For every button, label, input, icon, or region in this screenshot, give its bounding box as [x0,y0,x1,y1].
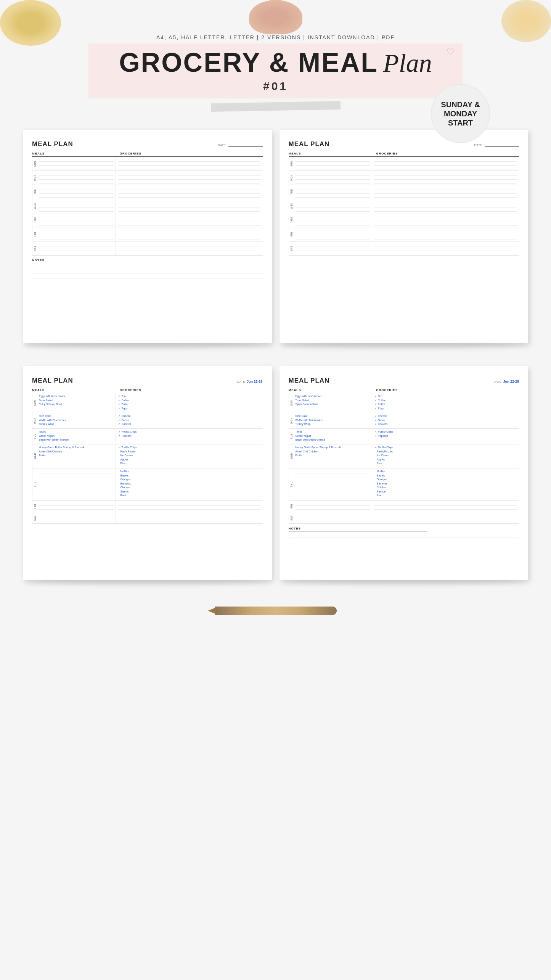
filled-grocery-items-mon: ✓Cheese✓Oreos✓Cookies [372,413,519,428]
grocery-text: Bananas [377,482,387,486]
grocery-text: Beef [377,494,382,498]
day-label-fri: FRI [289,227,294,241]
grocery-text: Coffee [378,399,386,403]
filled-page-header-2: MEAL PLAN DATE Jun 22-28 [289,377,519,385]
grocery-text: Oreos [378,418,385,423]
filled-section-tue: TUETacosGreek YogurtBagel with cream che… [289,429,519,444]
filled-col-meals-2: MEALS [289,388,376,392]
title-script: Plan [383,48,432,77]
filled-day-label-tue: TUE [32,429,37,444]
check-icon: ✓ [374,422,377,426]
meal-item: Asian Chili Chicken [39,450,114,454]
filled-section-wed: WEDHoney Garlic Butter Shrimp & Broccoli… [32,444,263,468]
filled-section-mon: MONRice CakeWaffle with BlueberriesTurke… [289,413,519,429]
filled-grocery-items-thu: MuffinsBagelsOrangesBananasChickenSalmon… [116,468,263,500]
grocery-item: ✓Eggs [374,407,517,411]
filled-grocery-items-wed: ✓Tortilla ChipsPasta FrozenIce CreamAppl… [372,444,519,468]
grocery-item: Bagels [118,474,260,478]
grocery-text: Eggs [122,407,128,411]
page-title-2: MEAL PLAN [289,140,330,148]
page-header-1: MEAL PLAN DATE : [32,140,263,148]
grocery-items-fri [372,227,519,241]
col-groceries-label-2: GROCERIES [376,152,519,155]
grocery-text: Butter [122,402,129,407]
grocery-item: Muffins [118,470,260,474]
badge-line3: START [448,118,473,127]
grocery-text: Popcorn [122,434,132,438]
grocery-item: ✓Oreos [118,418,260,423]
grocery-text: Pies [120,462,126,466]
blank-page-2: MEAL PLAN DATE : MEALS GROCERIES SUNMONT… [280,130,529,343]
meal-item: Eggs with hash brown [39,394,114,399]
filled-meal-items-tue: TacosGreek YogurtBagel with cream cheese [294,429,373,444]
grocery-item: ✓Butter [118,402,260,407]
title-number: #01 [119,80,432,93]
meal-items-thu [294,213,373,227]
meal-section-mon: MON [32,171,263,185]
filled-grocery-items-fri [116,501,263,512]
filled-page-title-2: MEAL PLAN [289,377,330,385]
grocery-text: Cookies [378,422,387,426]
filled-section-thu: THUMuffinsBagelsOrangesBananasChickenSal… [289,468,519,501]
check-icon: ✓ [118,418,120,423]
badge-line2: MONDAY [444,109,477,118]
filled-grocery-items-sat [116,512,263,523]
day-label-mon: MON [289,171,294,185]
grocery-items-sun [372,157,519,171]
meal-section-wed: WED [289,199,519,213]
filled-grocery-items-tue: ✓Potato Chips✓Popcorn [372,429,519,444]
date-value-1: Jun 22-28 [247,380,263,383]
meal-section-tue: TUE [32,185,263,199]
grocery-item: ✓Popcorn [374,434,517,438]
col-groceries-label: GROCERIES [120,152,263,155]
meal-item: Tacos [39,430,114,434]
grocery-text: Cheese [378,414,387,418]
grocery-text: Oranges [120,478,131,482]
notes-lines-1 [32,265,263,283]
meal-section-thu: THU [289,213,519,227]
filled-day-label-fri: FRI [32,501,37,512]
grocery-items-mon [372,171,519,185]
meal-items-sat [37,241,116,255]
day-label-fri: FRI [32,227,37,241]
meal-section-sun: SUN [32,157,263,171]
meal-items-thu [37,213,116,227]
filled-day-label-sat: SAT [289,512,294,523]
grocery-item: ✓Coffee [374,399,517,403]
grocery-text: Bananas [120,482,131,486]
columns-header-2: MEALS GROCERIES [289,152,519,157]
grocery-text: Bagels [120,474,129,478]
grocery-text: Pasta Frozen [120,450,137,454]
grocery-item: ✓Coffee [118,399,260,403]
filled-day-label-thu: THU [289,468,294,500]
meal-item: Eggs with hash brown [296,394,371,399]
filled-section-fri: FRI [32,501,263,512]
grocery-item: ✓Eggs [118,407,260,411]
day-label-thu: THU [32,213,37,227]
grocery-item: ✓Butter [374,402,517,407]
filled-day-label-wed: WED [32,444,37,468]
filled-day-label-sun: SUN [32,393,37,413]
grocery-item: Apples [118,458,260,462]
meal-section-wed: WED [32,199,263,213]
meal-item: Fruits [296,454,371,458]
badge-line1: SUNDAY & [441,100,480,109]
meal-item: Turkey Wrap [296,422,371,426]
check-icon: ✓ [118,402,120,407]
grocery-item: ✓Potato Chips [118,430,260,434]
grocery-item: Pasta Frozen [118,450,260,454]
grocery-text: Chicken [377,486,386,490]
filled-col-meals-1: MEALS [32,388,120,392]
meal-items-sat [294,241,373,255]
filled-section-wed: WEDHoney Garlic Butter Shrimp & Broccoli… [289,444,519,468]
meal-item: Spicy Salmon Bowl [296,402,371,407]
day-label-mon: MON [32,171,37,185]
meal-item: Fruits [39,454,114,458]
filled-grocery-items-fri [372,501,519,512]
filled-meal-items-sat [294,512,373,523]
filled-grocery-items-sat [372,512,519,523]
grocery-text: Muffins [120,470,129,474]
filled-page-1: MEAL PLAN DATE Jun 22-28 MEALS GROCERIES… [23,366,272,580]
meal-item: Tacos [296,430,371,434]
meal-items-tue [294,185,373,199]
